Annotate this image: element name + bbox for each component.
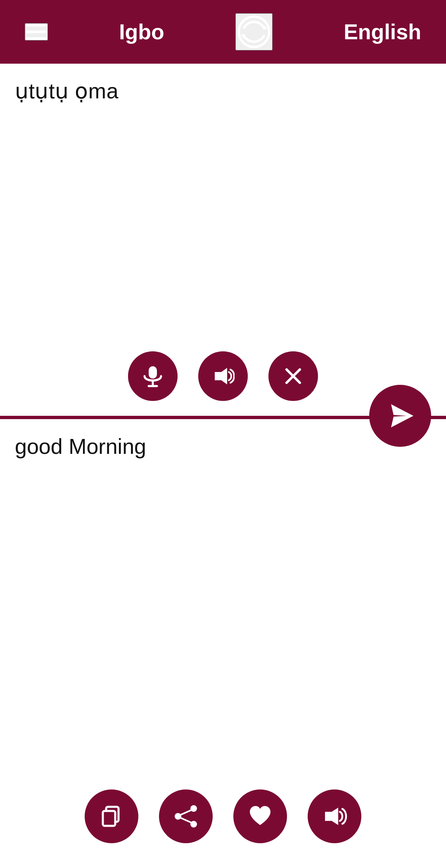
speaker-input-icon (211, 365, 235, 388)
speak-output-button[interactable] (308, 789, 361, 843)
svg-point-13 (175, 813, 181, 820)
svg-line-15 (181, 810, 191, 815)
svg-marker-9 (391, 404, 413, 427)
speak-input-button[interactable] (198, 351, 248, 401)
svg-marker-6 (215, 368, 227, 384)
output-controls (15, 777, 431, 868)
translate-button[interactable] (369, 385, 431, 447)
input-section: ụtụtụ ọma (0, 64, 446, 419)
menu-button[interactable] (25, 23, 48, 41)
send-icon (385, 401, 415, 431)
input-controls (15, 339, 431, 416)
output-section: good Morning (0, 419, 446, 868)
svg-rect-11 (103, 811, 115, 826)
translated-text: good Morning (15, 434, 431, 777)
clear-input-button[interactable] (268, 351, 318, 401)
speaker-output-icon (322, 804, 347, 829)
close-icon (282, 365, 305, 388)
microphone-button[interactable] (128, 351, 178, 401)
share-icon (173, 804, 199, 829)
microphone-icon (141, 365, 164, 388)
source-language-label[interactable]: Igbo (119, 19, 164, 44)
copy-button[interactable] (85, 789, 138, 843)
swap-languages-button[interactable] (235, 13, 273, 50)
svg-marker-17 (325, 808, 338, 825)
favorite-button[interactable] (233, 789, 287, 843)
copy-icon (99, 804, 124, 829)
svg-line-16 (181, 818, 191, 823)
source-text[interactable]: ụtụtụ ọma (15, 79, 431, 339)
svg-rect-3 (149, 366, 157, 379)
heart-icon (247, 804, 273, 829)
target-language-label[interactable]: English (344, 19, 421, 44)
app-header: Igbo English (0, 0, 446, 64)
share-button[interactable] (159, 789, 213, 843)
